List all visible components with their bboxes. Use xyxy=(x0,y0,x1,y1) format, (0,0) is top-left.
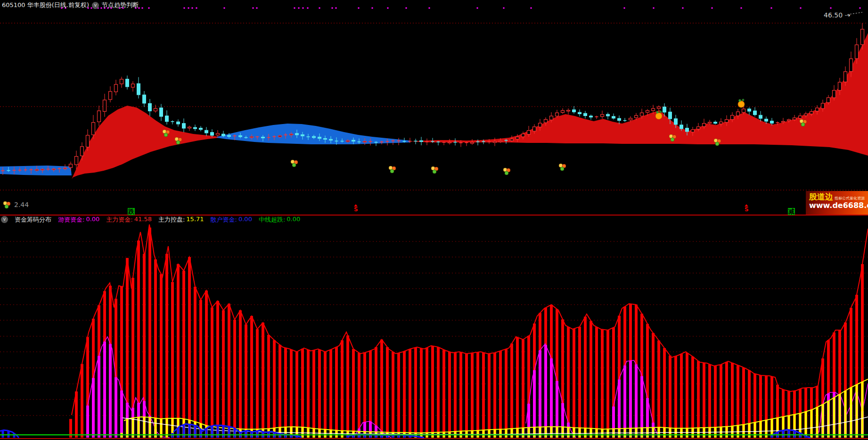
watermark-banner[interactable]: 股道边 指标公式量化资源 www.de6688.com xyxy=(806,191,868,215)
field-midline-oversold: 中线超跌:0.00 xyxy=(259,216,300,224)
field-retail-funds: 散户资金:0.00 xyxy=(211,216,252,224)
price-high-label: 46.50 ⇢ xyxy=(824,11,850,19)
bottom-separator xyxy=(0,438,868,439)
watermark-tagline: 指标公式量化资源 xyxy=(835,196,865,201)
sell-signal-marker: S xyxy=(354,204,358,212)
stock-title: 605100 华丰股份(日线.前复权) xyxy=(2,1,89,9)
field-main-funds: 主力资金:41.58 xyxy=(106,216,152,224)
sub-panel-title[interactable]: 资金筹码分布 xyxy=(15,216,51,224)
sub-chart-canvas[interactable] xyxy=(0,223,868,438)
reduce-signal-badge: 减 xyxy=(788,208,795,215)
indicator-name[interactable]: 节点趋势判断 xyxy=(102,1,139,9)
watermark-brand: 股道边 xyxy=(809,192,833,201)
app-window: 605100 华丰股份(日线.前复权) v 节点趋势判断 46.50 ⇢ 2.4… xyxy=(0,0,868,440)
sell-signal-marker: S xyxy=(745,204,749,212)
chevron-down-icon[interactable]: v xyxy=(1,216,8,223)
arrow-right-icon: ⇢ xyxy=(843,11,850,19)
down-signal-badge: 跌 xyxy=(128,208,135,215)
price-low-label: 2.44 xyxy=(14,201,29,208)
sub-panel-header: v 资金筹码分布 游资资金:0.00 主力资金:41.58 主力控盘:15.71… xyxy=(1,216,300,223)
chevron-down-icon[interactable]: v xyxy=(92,2,99,9)
main-chart-canvas[interactable] xyxy=(0,0,868,216)
field-main-control: 主力控盘:15.71 xyxy=(158,216,204,224)
title-bar: 605100 华丰股份(日线.前复权) v 节点趋势判断 xyxy=(2,1,139,9)
field-hot-money: 游资资金:0.00 xyxy=(58,216,99,224)
watermark-url[interactable]: www.de6688.com xyxy=(809,201,866,210)
